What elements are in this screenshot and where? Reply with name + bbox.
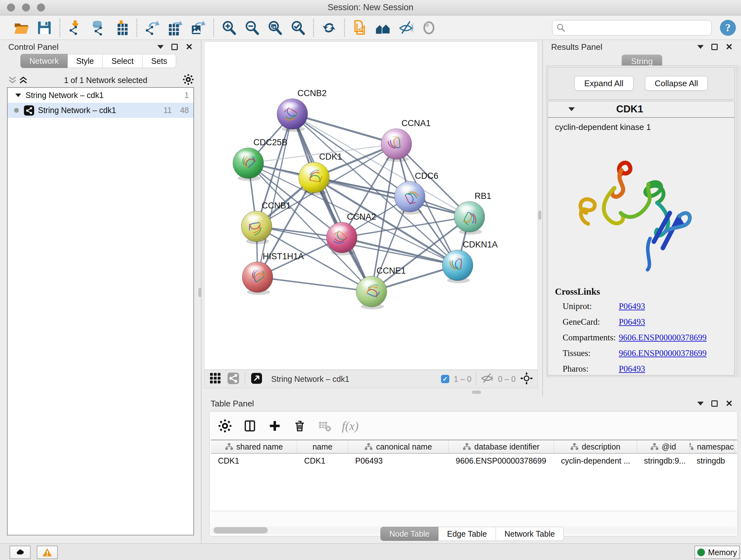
hide-selected-button[interactable]: [397, 18, 415, 37]
crosshair-icon[interactable]: [520, 372, 533, 386]
collapse-all-button[interactable]: Collapse All: [645, 76, 708, 91]
birdseye-view-button[interactable]: [420, 18, 438, 37]
export-network-button[interactable]: [143, 18, 161, 37]
tab-network-table[interactable]: Network Table: [496, 527, 564, 541]
delete-column-icon[interactable]: [292, 418, 307, 434]
table-cell: stringdb: [690, 456, 734, 465]
expand-all-button[interactable]: Expand All: [575, 76, 633, 91]
delete-table-icon: [317, 418, 332, 434]
open-view-icon[interactable]: [250, 372, 263, 386]
zoom-fit-button[interactable]: [266, 18, 284, 37]
crosslink-label: Uniprot:: [555, 301, 619, 311]
first-neighbors-button[interactable]: [374, 18, 392, 37]
column-header-canonical-name[interactable]: canonical name: [348, 440, 449, 453]
node-CCNB1[interactable]: CCNB1: [241, 201, 291, 244]
node-CDKN1A[interactable]: CDKN1A: [442, 240, 498, 283]
node-CDK1[interactable]: CDK1: [299, 152, 342, 195]
column-type-icon: [364, 442, 373, 451]
table-options-gear-icon[interactable]: [217, 418, 232, 434]
network-row[interactable]: String Network – cdk11148: [8, 103, 193, 118]
node-label: CDK1: [319, 152, 342, 162]
collapse-table-icon[interactable]: [697, 401, 704, 406]
memory-label: Memory: [708, 548, 737, 557]
cloud-status-button[interactable]: [10, 546, 30, 559]
memory-button[interactable]: Memory: [694, 546, 740, 559]
import-table-button[interactable]: [112, 18, 131, 37]
expand-all-networks-icon[interactable]: [18, 75, 29, 85]
export-table-button[interactable]: [166, 18, 185, 37]
show-columns-icon[interactable]: [242, 418, 258, 434]
table-row[interactable]: CDK1CDK1P064939606.ENSP00000378699cyclin…: [211, 454, 737, 468]
edge-CCNB2-CCNE1[interactable]: [292, 114, 372, 292]
search-input[interactable]: [568, 23, 708, 33]
node-RB1[interactable]: RB1: [454, 191, 491, 235]
network-name: String Network – cdk1: [38, 106, 116, 115]
refresh-button[interactable]: [320, 18, 338, 37]
search-input-wrap[interactable]: [552, 20, 712, 36]
crosslink-link[interactable]: P06493: [619, 317, 645, 327]
help-button[interactable]: ?: [720, 20, 736, 36]
zoom-selected-button[interactable]: [289, 18, 307, 37]
node-CCNB2[interactable]: CCNB2: [277, 88, 327, 132]
float-results-icon[interactable]: [711, 44, 718, 50]
right-splitter-handle[interactable]: [538, 211, 541, 220]
bottom-splitter-handle[interactable]: [472, 391, 481, 394]
close-results-icon[interactable]: ✕: [725, 44, 733, 50]
crosslink-link[interactable]: P06493: [619, 301, 645, 311]
column-header-@id[interactable]: @id: [637, 440, 690, 453]
column-label: shared name: [237, 442, 283, 451]
crosslink-link[interactable]: P06493: [619, 364, 645, 374]
zoom-selected-icon: [290, 20, 306, 36]
warnings-button[interactable]: [37, 546, 58, 559]
open-session-button[interactable]: [12, 18, 30, 37]
column-header-namespace[interactable]: namespace: [690, 440, 734, 453]
tab-network[interactable]: Network: [20, 54, 68, 68]
network-overview-icon[interactable]: [227, 372, 240, 386]
save-session-button[interactable]: [35, 18, 54, 37]
zoom-out-button[interactable]: [243, 18, 261, 37]
collapse-results-icon[interactable]: [697, 45, 704, 49]
network-svg: CCNB2CCNA1CDC25BCDK1CDC6RB1CCNB1CCNA2CDK…: [205, 42, 538, 370]
collapse-panel-icon[interactable]: [157, 45, 164, 49]
crosslink-link[interactable]: 9606.ENSP00000378699: [619, 333, 706, 343]
collection-expand-icon[interactable]: [15, 94, 21, 97]
column-header-description[interactable]: description: [554, 440, 637, 453]
network-canvas[interactable]: CCNB2CCNA1CDC25BCDK1CDC6RB1CCNB1CCNA2CDK…: [204, 42, 538, 370]
column-label: @id: [662, 442, 676, 451]
tab-select[interactable]: Select: [103, 54, 142, 68]
node-HIST1H1A[interactable]: HIST1H1A: [242, 252, 304, 295]
left-splitter-handle[interactable]: [199, 288, 201, 297]
cloud-icon: [15, 547, 25, 557]
tab-edge-table[interactable]: Edge Table: [439, 527, 496, 541]
import-network-button[interactable]: [66, 18, 84, 37]
collection-row[interactable]: String Network – cdk11: [8, 88, 193, 103]
float-table-icon[interactable]: [711, 400, 718, 407]
results-scrollbar[interactable]: [736, 65, 740, 377]
tab-style[interactable]: Style: [68, 54, 103, 68]
close-panel-icon[interactable]: ✕: [185, 44, 193, 50]
export-image-button[interactable]: [189, 18, 207, 37]
node-label: CDC6: [415, 171, 439, 181]
close-table-icon[interactable]: ✕: [725, 400, 733, 407]
tab-node-table[interactable]: Node Table: [381, 527, 439, 541]
network-options-gear-icon[interactable]: [183, 74, 194, 86]
node-CCNA1[interactable]: CCNA1: [381, 118, 431, 162]
crosslink-link[interactable]: 9606.ENSP00000378699: [619, 348, 706, 358]
edge-HIST1H1A-CCNE1[interactable]: [258, 277, 372, 292]
gene-header[interactable]: CDK1: [548, 101, 734, 118]
edge-CCNA2-CDKN1A[interactable]: [342, 238, 458, 265]
tab-sets[interactable]: Sets: [143, 54, 176, 68]
column-header-shared-name[interactable]: shared name: [211, 440, 297, 453]
grid-view-icon[interactable]: [209, 372, 222, 386]
share-session-button[interactable]: [351, 18, 369, 37]
zoom-in-button[interactable]: [220, 18, 239, 37]
column-header-name[interactable]: name: [297, 440, 348, 453]
gene-collapse-icon[interactable]: [568, 107, 575, 111]
add-column-icon[interactable]: [267, 418, 282, 434]
collapse-all-networks-icon[interactable]: [7, 75, 18, 85]
column-header-database-identifier[interactable]: database identifier: [449, 440, 554, 453]
import-network-database-button[interactable]: [89, 18, 108, 37]
selected-nodes-checkbox[interactable]: ✓: [441, 375, 449, 383]
float-panel-icon[interactable]: [172, 44, 178, 50]
table-hscroll-thumb[interactable]: [213, 527, 268, 534]
